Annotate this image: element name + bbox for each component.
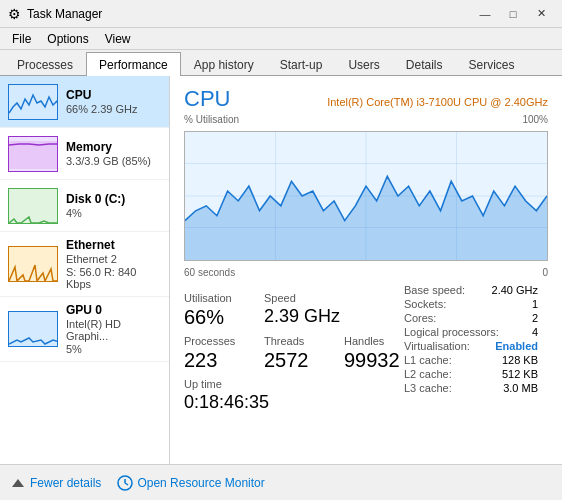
processes-stat: Processes 223 [184, 335, 244, 372]
memory-info: Memory 3.3/3.9 GB (85%) [66, 140, 161, 167]
chevron-up-icon [10, 475, 26, 491]
l1-key: L1 cache: [404, 354, 452, 366]
gpu-name: GPU 0 [66, 303, 161, 317]
menu-bar: File Options View [0, 28, 562, 50]
processes-label: Processes [184, 335, 244, 347]
logical-key: Logical processors: [404, 326, 499, 338]
memory-mini-graph [8, 136, 58, 172]
monitor-icon [117, 475, 133, 491]
disk-detail: 4% [66, 207, 161, 219]
gpu-info: GPU 0 Intel(R) HD Graphi... 5% [66, 303, 161, 355]
threads-value: 2572 [264, 349, 324, 372]
speed-value: 2.39 GHz [264, 306, 340, 327]
info-sockets: Sockets: 1 [404, 298, 548, 310]
ethernet-name: Ethernet [66, 238, 161, 252]
svg-marker-8 [12, 479, 24, 487]
tab-users[interactable]: Users [335, 52, 392, 76]
stats-row-1: Utilisation 66% Speed 2.39 GHz [184, 292, 404, 329]
virt-key: Virtualisation: [404, 340, 470, 352]
disk-mini-graph [8, 188, 58, 224]
sidebar-item-memory[interactable]: Memory 3.3/3.9 GB (85%) [0, 128, 169, 180]
fewer-details-label: Fewer details [30, 476, 101, 490]
open-resource-label: Open Resource Monitor [137, 476, 264, 490]
sidebar-item-cpu[interactable]: CPU 66% 2.39 GHz [0, 76, 169, 128]
info-l2: L2 cache: 512 KB [404, 368, 548, 380]
info-cores: Cores: 2 [404, 312, 548, 324]
info-logical: Logical processors: 4 [404, 326, 548, 338]
chart-x-max: 0 [542, 267, 548, 278]
maximize-button[interactable]: □ [500, 4, 526, 24]
threads-label: Threads [264, 335, 324, 347]
cpu-mini-graph [8, 84, 58, 120]
minimize-button[interactable]: — [472, 4, 498, 24]
base-speed-key: Base speed: [404, 284, 465, 296]
cpu-info: CPU 66% 2.39 GHz [66, 88, 161, 115]
l2-val: 512 KB [502, 368, 538, 380]
tab-performance[interactable]: Performance [86, 52, 181, 76]
title-bar-left: ⚙ Task Manager [8, 6, 102, 22]
chart-label-top: % Utilisation 100% [184, 114, 548, 125]
info-panel: Base speed: 2.40 GHz Sockets: 1 Cores: 2… [404, 284, 548, 413]
chart-x-label: 60 seconds [184, 267, 235, 278]
fewer-details-button[interactable]: Fewer details [10, 475, 101, 491]
menu-options[interactable]: Options [39, 30, 96, 48]
detail-header: CPU Intel(R) Core(TM) i3-7100U CPU @ 2.4… [184, 86, 548, 112]
disk-info: Disk 0 (C:) 4% [66, 192, 161, 219]
gpu-detail2: 5% [66, 343, 161, 355]
cpu-detail: 66% 2.39 GHz [66, 103, 161, 115]
threads-stat: Threads 2572 [264, 335, 324, 372]
chart-label-bottom: 60 seconds 0 [184, 267, 548, 278]
cores-val: 2 [532, 312, 538, 324]
sidebar-item-ethernet[interactable]: Ethernet Ethernet 2 S: 56.0 R: 840 Kbps [0, 232, 169, 297]
detail-title: CPU [184, 86, 230, 112]
tab-services[interactable]: Services [455, 52, 527, 76]
handles-value: 99932 [344, 349, 404, 372]
uptime-stat: Up time 0:18:46:35 [184, 378, 404, 413]
info-base-speed: Base speed: 2.40 GHz [404, 284, 548, 296]
svg-line-11 [125, 483, 128, 485]
l3-key: L3 cache: [404, 382, 452, 394]
title-bar-controls: — □ ✕ [472, 4, 554, 24]
menu-view[interactable]: View [97, 30, 139, 48]
stats-row-2: Processes 223 Threads 2572 Handles 99932 [184, 335, 404, 372]
l2-key: L2 cache: [404, 368, 452, 380]
uptime-label: Up time [184, 378, 404, 390]
sidebar-item-gpu[interactable]: GPU 0 Intel(R) HD Graphi... 5% [0, 297, 169, 362]
detail-subtitle: Intel(R) Core(TM) i3-7100U CPU @ 2.40GHz [327, 96, 548, 108]
gpu-detail1: Intel(R) HD Graphi... [66, 318, 161, 342]
tab-details[interactable]: Details [393, 52, 456, 76]
utilisation-stat: Utilisation 66% [184, 292, 244, 329]
svg-marker-7 [185, 176, 547, 260]
cores-key: Cores: [404, 312, 436, 324]
menu-file[interactable]: File [4, 30, 39, 48]
memory-name: Memory [66, 140, 161, 154]
app-title: Task Manager [27, 7, 102, 21]
l3-val: 3.0 MB [503, 382, 538, 394]
sockets-key: Sockets: [404, 298, 446, 310]
status-bar: Fewer details Open Resource Monitor [0, 464, 562, 500]
tab-processes[interactable]: Processes [4, 52, 86, 76]
handles-label: Handles [344, 335, 404, 347]
info-virt: Virtualisation: Enabled [404, 340, 548, 352]
sidebar-item-disk[interactable]: Disk 0 (C:) 4% [0, 180, 169, 232]
sidebar: CPU 66% 2.39 GHz Memory 3.3/3.9 GB (85%) [0, 76, 170, 464]
ethernet-info: Ethernet Ethernet 2 S: 56.0 R: 840 Kbps [66, 238, 161, 290]
handles-stat: Handles 99932 [344, 335, 404, 372]
utilisation-label: Utilisation [184, 292, 244, 304]
virt-val: Enabled [495, 340, 538, 352]
close-button[interactable]: ✕ [528, 4, 554, 24]
logical-val: 4 [532, 326, 538, 338]
tab-app-history[interactable]: App history [181, 52, 267, 76]
title-bar: ⚙ Task Manager — □ ✕ [0, 0, 562, 28]
memory-detail: 3.3/3.9 GB (85%) [66, 155, 161, 167]
disk-name: Disk 0 (C:) [66, 192, 161, 206]
chart-y-max: 100% [522, 114, 548, 125]
ethernet-mini-graph [8, 246, 58, 282]
base-speed-val: 2.40 GHz [492, 284, 538, 296]
tab-bar: Processes Performance App history Start-… [0, 50, 562, 76]
speed-stat: Speed 2.39 GHz [264, 292, 340, 329]
sockets-val: 1 [532, 298, 538, 310]
open-resource-monitor-button[interactable]: Open Resource Monitor [117, 475, 264, 491]
tab-startup[interactable]: Start-up [267, 52, 336, 76]
gpu-mini-graph [8, 311, 58, 347]
